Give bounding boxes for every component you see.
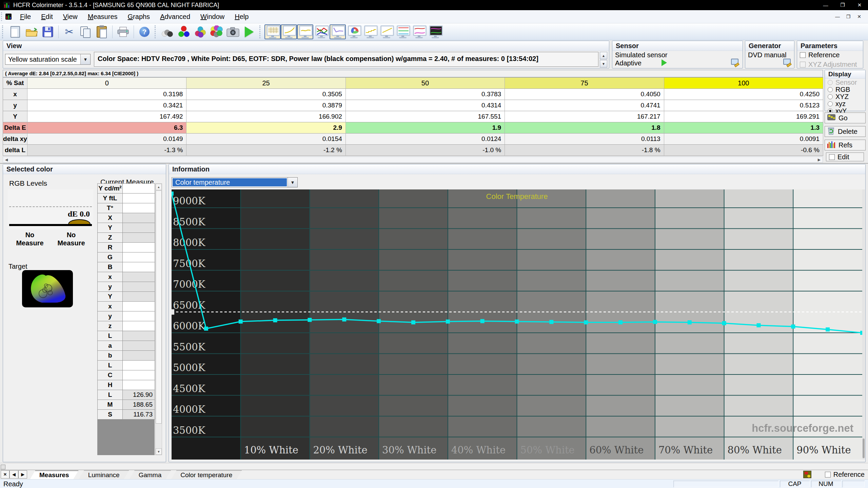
table-cell[interactable]: 0.0124 — [346, 134, 505, 145]
table-cell[interactable]: 0.4050 — [505, 89, 664, 100]
scrollbar-thumb[interactable] — [156, 190, 162, 424]
display-radio-rgb[interactable]: RGB — [825, 86, 865, 93]
checkbox-icon[interactable] — [800, 52, 806, 58]
tab-gamma[interactable]: Gamma — [129, 470, 171, 480]
table-cell[interactable]: % Sat — [3, 78, 27, 89]
save-icon[interactable] — [40, 24, 56, 39]
edit-toggle[interactable]: Edit — [826, 152, 864, 161]
measure-secondaries-icon[interactable] — [192, 24, 209, 39]
copy-icon[interactable] — [77, 24, 94, 39]
close-tab-icon[interactable]: ✕ — [1, 470, 9, 479]
reference-checkbox[interactable] — [825, 472, 831, 477]
table-cell[interactable]: delta L — [3, 145, 27, 156]
open-folder-icon[interactable] — [23, 24, 40, 39]
scroll-left-icon[interactable]: ◀ — [3, 157, 10, 162]
table-cell[interactable]: -1.3 % — [27, 145, 186, 156]
radio-icon[interactable] — [828, 101, 833, 106]
run-measures-icon[interactable] — [241, 24, 257, 39]
generator-config-icon[interactable] — [783, 59, 791, 66]
menu-advanced[interactable]: Advanced — [155, 12, 195, 22]
view-rgb-levels-icon[interactable] — [313, 24, 330, 39]
reference-toggle[interactable]: Reference — [825, 471, 865, 479]
view-spectrum-icon[interactable] — [411, 24, 427, 39]
table-cell[interactable]: 0.0113 — [505, 134, 664, 145]
view-color-temperature-icon[interactable] — [330, 24, 346, 39]
table-cell[interactable]: x — [3, 89, 27, 100]
menu-graphs[interactable]: Graphs — [123, 12, 155, 22]
table-cell[interactable]: y — [3, 100, 27, 111]
menu-window[interactable]: Window — [195, 12, 230, 22]
minimize-icon[interactable]: ― — [817, 0, 834, 10]
paste-icon[interactable] — [94, 24, 110, 39]
delete-button[interactable]: Delete — [825, 126, 866, 137]
target-cie-thumbnail[interactable] — [22, 270, 73, 307]
mdi-close-icon[interactable]: ✕ — [854, 12, 865, 21]
table-cell[interactable]: -1.8 % — [505, 145, 664, 156]
table-cell[interactable]: 166.902 — [186, 111, 346, 122]
tab-color-temperature[interactable]: Color temperature — [171, 470, 242, 480]
table-cell[interactable]: -1.2 % — [186, 145, 346, 156]
refs-button[interactable]: Refs — [825, 140, 866, 150]
table-cell[interactable]: 50 — [346, 78, 505, 89]
tab-luminance[interactable]: Luminance — [79, 470, 129, 480]
measure-primaries-icon[interactable] — [176, 24, 192, 39]
sensor-config-icon[interactable] — [731, 59, 739, 66]
display-radio-xyz[interactable]: xyz — [825, 100, 865, 107]
table-cell[interactable]: 0.3505 — [186, 89, 346, 100]
snapshot-icon[interactable] — [225, 24, 241, 39]
spinner-up-icon[interactable]: ▲ — [600, 52, 607, 59]
table-horizontal-scrollbar[interactable]: ◀ ▶ — [3, 157, 823, 163]
table-cell[interactable]: 0.0149 — [27, 134, 186, 145]
view-luminance-icon[interactable] — [281, 24, 297, 39]
measure-flag-icon[interactable] — [803, 471, 811, 478]
table-cell[interactable]: 75 — [505, 78, 664, 89]
table-cell[interactable]: 100 — [664, 78, 823, 89]
help-icon[interactable]: ? — [136, 24, 153, 39]
chevron-down-icon[interactable]: ▼ — [80, 54, 90, 64]
measure-grayscale-icon[interactable] — [160, 24, 176, 39]
table-cell[interactable]: 1.3 — [664, 122, 823, 134]
menu-file[interactable]: File — [15, 12, 36, 22]
table-cell[interactable]: 0.0154 — [186, 134, 346, 145]
view-cie-chart-icon[interactable] — [346, 24, 362, 39]
graph-selector[interactable]: Color temperature ▼ — [172, 177, 298, 187]
table-cell[interactable]: 169.291 — [664, 111, 823, 122]
scroll-down-icon[interactable]: ▼ — [156, 448, 162, 455]
sensor-start-icon[interactable] — [662, 59, 667, 66]
menu-help[interactable]: Help — [230, 12, 254, 22]
print-icon[interactable] — [115, 24, 131, 39]
menu-measures[interactable]: Measures — [83, 12, 123, 22]
table-cell[interactable]: 167.551 — [346, 111, 505, 122]
measure-full-icon[interactable] — [209, 24, 225, 39]
spinner-down-icon[interactable]: ▼ — [600, 60, 607, 67]
view-gamma-icon[interactable] — [297, 24, 313, 39]
table-cell[interactable]: 0.5123 — [664, 100, 823, 111]
table-cell[interactable]: 25 — [186, 78, 346, 89]
menu-view[interactable]: View — [58, 12, 83, 22]
splitter-strip[interactable] — [0, 463, 868, 470]
menu-edit[interactable]: Edit — [36, 12, 58, 22]
view-nearblack-icon[interactable] — [362, 24, 378, 39]
scroll-up-icon[interactable]: ▲ — [156, 184, 162, 190]
table-cell[interactable]: 1.9 — [346, 122, 505, 134]
new-file-icon[interactable] — [7, 24, 23, 39]
table-cell[interactable]: 2.9 — [186, 122, 346, 134]
table-cell[interactable]: delta xy — [3, 134, 27, 145]
view-measures-grid-icon[interactable] — [264, 24, 281, 39]
table-cell[interactable]: 167.492 — [27, 111, 186, 122]
tab-scroll-right-icon[interactable]: ▶ — [18, 470, 27, 479]
chart-scrollbar[interactable] — [862, 189, 865, 460]
table-cell[interactable]: 0.4314 — [346, 100, 505, 111]
table-cell[interactable]: -1.0 % — [346, 145, 505, 156]
table-cell[interactable]: 0.3421 — [27, 100, 186, 111]
tab-scroll-left-icon[interactable]: ◀ — [9, 470, 18, 479]
param-reference[interactable]: Reference — [800, 51, 857, 59]
table-cell[interactable]: 0.4741 — [505, 100, 664, 111]
table-cell[interactable]: 0.4250 — [664, 89, 823, 100]
table-cell[interactable]: -0.6 % — [664, 145, 823, 156]
table-cell[interactable]: 0.3783 — [346, 89, 505, 100]
table-cell[interactable]: 6.3 — [27, 122, 186, 134]
edit-checkbox[interactable] — [829, 154, 835, 160]
table-cell[interactable]: Delta E — [3, 122, 27, 134]
splitter-handle[interactable] — [1, 465, 5, 469]
